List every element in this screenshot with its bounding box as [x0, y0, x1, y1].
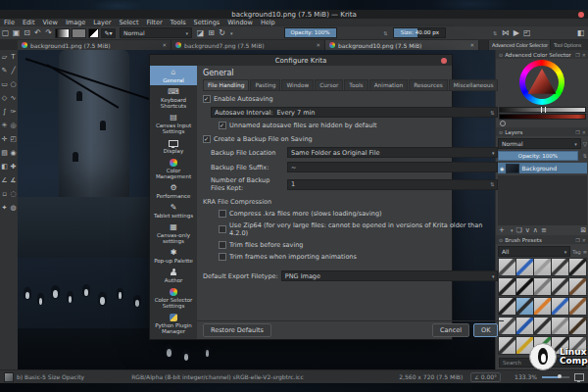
- brush-preset[interactable]: [515, 277, 534, 296]
- menu-file[interactable]: File: [0, 19, 19, 26]
- brush-preset[interactable]: [551, 297, 569, 316]
- dialog-close-button[interactable]: [441, 58, 447, 64]
- spinner-icon[interactable]: ⇅: [487, 110, 494, 116]
- brush-preset[interactable]: [568, 317, 587, 335]
- sidebar-item-keyboard-shortcuts[interactable]: ⌨Keyboard Shortcuts: [150, 85, 197, 111]
- autosave-interval-field[interactable]: Autosave Interval: Every 7 min ⇅: [211, 107, 498, 118]
- tool-bezier-curve-icon[interactable]: ∫: [0, 105, 9, 119]
- tab-window[interactable]: Window: [281, 79, 314, 90]
- symmetry-icon[interactable]: ⊞: [206, 28, 217, 38]
- kra-option-checkbox[interactable]: [219, 210, 226, 218]
- tag-label[interactable]: Tag: [572, 249, 580, 255]
- sidebar-item-color-management[interactable]: Color Management: [150, 156, 197, 181]
- kra-option-checkbox[interactable]: [219, 225, 226, 233]
- blend-mode-combo[interactable]: Normal ▾: [120, 27, 192, 38]
- size-stepper[interactable]: ⇅: [490, 30, 497, 36]
- brush-preset[interactable]: [568, 258, 587, 276]
- document-tab-background7-png-7-5-mib[interactable]: background7.png (7.5 MiB)✕: [172, 40, 325, 50]
- layers-panel-header[interactable]: ⊙ Layers ❐✕: [496, 127, 588, 136]
- preset-filter-combo[interactable]: All ▾: [498, 246, 570, 257]
- fg-bg-color-swatch[interactable]: [88, 28, 99, 38]
- zoom-slider[interactable]: [542, 376, 569, 378]
- menu-settings[interactable]: Settings: [190, 19, 224, 26]
- sidebar-item-tablet-settings[interactable]: ✎Tablet settings: [150, 201, 197, 220]
- tab-file-handling[interactable]: File Handling: [203, 79, 249, 90]
- color-selector-panel-header[interactable]: ⊙ Advanced Color Selector ❐✕: [496, 50, 588, 59]
- tool-shape-select-icon[interactable]: ▱: [0, 50, 9, 64]
- tool-rectangle-icon[interactable]: ▭: [0, 77, 9, 91]
- enable-autosaving-checkbox[interactable]: [203, 95, 211, 103]
- sidebar-item-author[interactable]: Author: [150, 266, 197, 285]
- float-panel-icon[interactable]: ❐: [575, 52, 579, 58]
- brush-preset[interactable]: [515, 317, 534, 335]
- tool-assistants-icon[interactable]: ∠: [0, 173, 9, 187]
- fit-to-screen-icon[interactable]: [574, 373, 584, 381]
- tool-dynamic-brush-icon[interactable]: ✑: [9, 105, 18, 119]
- close-panel-icon[interactable]: ✕: [582, 129, 586, 135]
- new-document-icon[interactable]: ▢: [0, 28, 11, 38]
- docker-tab-advanced-color-selector[interactable]: Advanced Color Selector: [488, 40, 550, 50]
- tool-outline-select-icon[interactable]: ◌: [9, 187, 18, 201]
- brush-size-slider[interactable]: Size: 40.00 px: [393, 27, 446, 38]
- sidebar-item-display[interactable]: Display: [150, 136, 197, 156]
- brush-presets-panel-header[interactable]: ⊙ Brush Presets ❐✕: [496, 235, 588, 244]
- brush-preset[interactable]: [551, 277, 569, 296]
- open-document-icon[interactable]: ▣: [11, 28, 22, 38]
- tool-contiguous-select-icon[interactable]: ✦: [0, 201, 9, 215]
- brush-preset[interactable]: [533, 258, 552, 276]
- close-panel-icon[interactable]: ✕: [582, 52, 586, 58]
- current-brush-preset-label[interactable]: b) Basic-5 Size Opacity: [17, 373, 84, 380]
- brush-preset[interactable]: [568, 297, 587, 316]
- backup-location-combo[interactable]: Same Folder as Original File ▾: [287, 147, 498, 158]
- mirror-icon[interactable]: ⋈: [500, 28, 511, 38]
- tool-freehand-brush-icon[interactable]: ✎: [0, 64, 9, 77]
- layer-blend-mode-combo[interactable]: Normal ▾: [498, 138, 581, 149]
- redo-icon[interactable]: ↷: [43, 28, 54, 38]
- color-wheel[interactable]: [496, 59, 588, 106]
- float-panel-icon[interactable]: ❐: [575, 129, 579, 135]
- tab-miscellaneous[interactable]: Miscellaneous: [449, 79, 499, 90]
- crop-overlay-icon[interactable]: ◰: [521, 28, 532, 38]
- tab-tools[interactable]: Tools: [344, 79, 368, 90]
- chevron-down-icon[interactable]: ▾: [227, 30, 233, 36]
- eraser-mode-icon[interactable]: ◪: [195, 28, 206, 38]
- sidebar-item-canvas-input-settings[interactable]: ▤Canvas Input Settings: [150, 111, 197, 136]
- menu-image[interactable]: Image: [62, 19, 89, 26]
- kra-option-checkbox[interactable]: [219, 253, 226, 261]
- layer-list-empty-area[interactable]: [498, 175, 587, 225]
- current-brush-icon[interactable]: [4, 372, 14, 382]
- tool-smart-patch-icon[interactable]: ✚: [9, 160, 18, 173]
- tool-zoom-icon[interactable]: ◍: [9, 201, 18, 215]
- opacity-slider[interactable]: Opacity: 100%: [284, 27, 337, 38]
- sidebar-item-general[interactable]: ⌂General: [150, 66, 197, 85]
- tool-multibrush-icon[interactable]: ✳: [0, 119, 9, 132]
- playback-icon[interactable]: ▶: [511, 28, 521, 38]
- create-backup-checkbox[interactable]: [203, 135, 211, 143]
- ok-button[interactable]: OK: [473, 323, 498, 337]
- close-tab-icon[interactable]: ✕: [162, 42, 167, 48]
- tool-rectangular-select-icon[interactable]: ▫: [0, 187, 9, 201]
- menu-tools[interactable]: Tools: [167, 19, 190, 26]
- sidebar-item-pop-up-palette[interactable]: ✱Pop-up Palette: [150, 246, 197, 266]
- opacity-stepper[interactable]: ⇅: [380, 30, 387, 36]
- document-tab-background1-png-7-5-mib[interactable]: background1.png (7.5 MiB)✕: [18, 40, 172, 50]
- tool-color-picker-icon[interactable]: ◉: [9, 146, 18, 160]
- unnamed-autosave-hidden-checkbox[interactable]: [219, 122, 226, 129]
- workspace-chooser-icon[interactable]: ◧: [575, 28, 586, 38]
- window-close-button[interactable]: [578, 12, 584, 18]
- layer-properties-button[interactable]: ≡: [541, 226, 547, 234]
- tool-ellipse-icon[interactable]: ○: [9, 77, 18, 91]
- menu-help[interactable]: Help: [257, 19, 279, 26]
- backup-count-spinner[interactable]: 1 ⇅: [287, 179, 498, 190]
- lightness-bar[interactable]: [499, 107, 586, 113]
- close-tab-icon[interactable]: ✕: [316, 42, 320, 48]
- tool-line-icon[interactable]: ╱: [9, 64, 18, 77]
- tool-gradient-icon[interactable]: ▧: [0, 146, 9, 160]
- layer-row-background[interactable]: ◉ Background: [498, 163, 587, 173]
- gradient-swatch[interactable]: [55, 28, 70, 38]
- tool-move-icon[interactable]: ✛: [0, 132, 9, 146]
- menu-edit[interactable]: Edit: [19, 19, 39, 26]
- tool-transform-icon[interactable]: ◎: [9, 119, 18, 132]
- dialog-titlebar[interactable]: Configure Krita: [150, 55, 452, 66]
- tool-fill-icon[interactable]: ◧: [0, 160, 9, 173]
